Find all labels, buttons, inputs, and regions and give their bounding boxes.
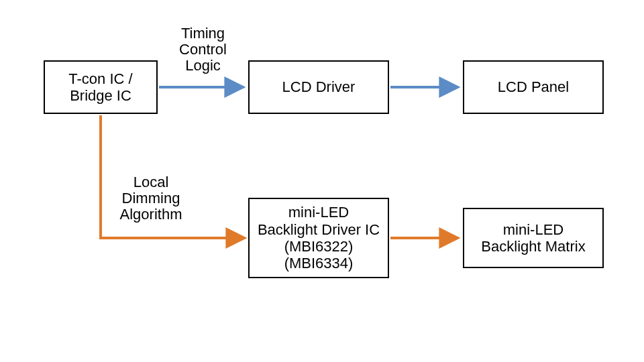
node-tcon-line2: Bridge IC bbox=[70, 87, 131, 104]
node-bldriver-line4: (MBI6334) bbox=[284, 255, 354, 272]
node-backlight-matrix: mini-LED Backlight Matrix bbox=[463, 208, 604, 268]
edge-label-timing: Timing Control Logic bbox=[164, 25, 241, 74]
node-bldriver-line2: Backlight Driver IC bbox=[258, 221, 380, 238]
node-blmatrix-line2: Backlight Matrix bbox=[481, 238, 585, 255]
node-blmatrix-line1: mini-LED bbox=[503, 221, 564, 238]
node-lcd-driver: LCD Driver bbox=[248, 60, 389, 114]
arrow-bldriver-to-blmatrix bbox=[389, 230, 463, 246]
node-lcd-panel: LCD Panel bbox=[463, 60, 604, 114]
arrow-lcddriver-to-lcdpanel bbox=[389, 79, 463, 95]
arrow-tcon-to-lcddriver bbox=[158, 79, 248, 95]
edge-timing-line3: Logic bbox=[185, 57, 221, 74]
node-tcon-line1: T-con IC / bbox=[68, 70, 132, 87]
node-bldriver-line1: mini-LED bbox=[288, 204, 349, 221]
node-bldriver-line3: (MBI6322) bbox=[284, 238, 354, 255]
edge-timing-line2: Control bbox=[179, 41, 227, 58]
node-lcd-driver-text: LCD Driver bbox=[282, 78, 356, 95]
arrow-tcon-to-bldriver bbox=[87, 114, 252, 248]
edge-timing-line1: Timing bbox=[181, 25, 225, 42]
node-tcon: T-con IC / Bridge IC bbox=[44, 60, 158, 114]
node-backlight-driver: mini-LED Backlight Driver IC (MBI6322) (… bbox=[248, 198, 389, 278]
node-lcd-panel-text: LCD Panel bbox=[498, 78, 569, 95]
